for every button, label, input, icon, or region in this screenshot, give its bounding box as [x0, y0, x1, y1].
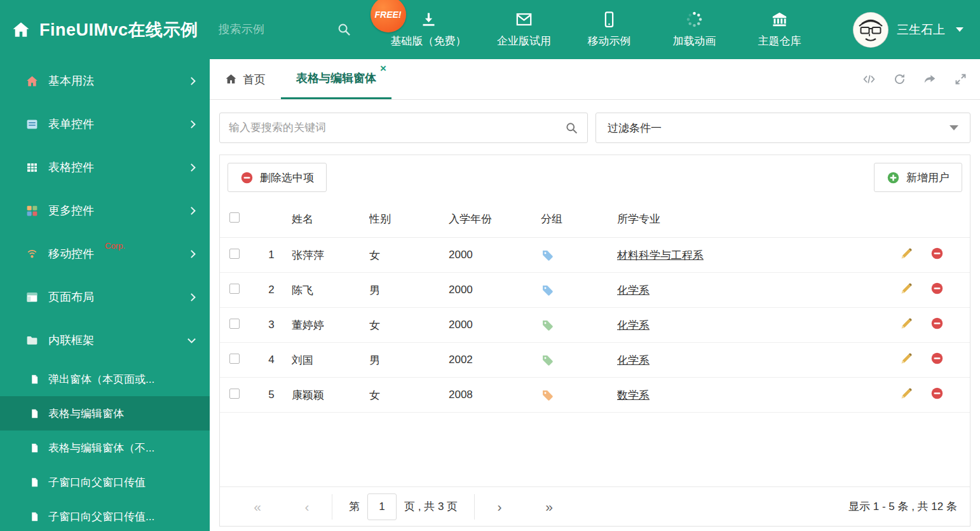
last-page-button[interactable]: »: [524, 499, 574, 514]
sidebar-item-basic-usage[interactable]: 基本用法: [0, 59, 210, 102]
sidebar-item-more-controls[interactable]: 更多控件: [0, 189, 210, 232]
chevron-right-icon: [187, 120, 196, 128]
brand[interactable]: FineUIMvc在线示例: [11, 18, 198, 41]
edit-row-icon[interactable]: [900, 247, 913, 260]
open-new-window-icon[interactable]: [923, 72, 937, 86]
filter-dropdown[interactable]: 过滤条件一: [595, 113, 970, 143]
delete-row-icon[interactable]: [930, 247, 944, 260]
bank-icon: [771, 11, 788, 28]
next-page-button[interactable]: ›: [475, 499, 524, 514]
table-header: 姓名 性别 入学年份 分组 所学专业: [220, 201, 970, 238]
free-badge: FREE!: [371, 0, 406, 32]
edit-row-icon[interactable]: [900, 352, 913, 365]
cell-gender: 女: [369, 248, 449, 263]
nav-item-mobile-demo[interactable]: 移动示例: [582, 11, 637, 48]
signal-icon: [25, 247, 39, 261]
row-index: 5: [255, 389, 292, 401]
row-checkbox[interactable]: [229, 389, 240, 399]
header-search-input[interactable]: [219, 23, 314, 36]
user-menu[interactable]: 三生石上: [853, 12, 963, 48]
tag-icon: [541, 249, 554, 262]
sidebar-item-label: 基本用法: [48, 73, 94, 88]
edit-row-icon[interactable]: [900, 317, 913, 330]
refresh-icon[interactable]: [893, 72, 906, 86]
blocks-icon: [25, 204, 39, 217]
row-checkbox[interactable]: [229, 284, 240, 294]
sidebar-item-inline-frame[interactable]: 内联框架: [0, 319, 210, 362]
nav-label: 主题仓库: [758, 34, 801, 48]
table-row: 4 刘国 男 2002 化学系: [220, 343, 970, 378]
chevron-down-icon: [949, 125, 958, 130]
delete-row-icon[interactable]: [930, 317, 944, 330]
major-link[interactable]: 化学系: [617, 354, 650, 366]
nav-item-theme-store[interactable]: 主题仓库: [752, 11, 807, 48]
tag-icon: [541, 389, 554, 402]
grid-panel: 删除选中项 新增用户 姓名 性别 入学年份 分组 所学专业 1 张萍萍 女: [219, 155, 970, 527]
column-header-gender: 性别: [369, 212, 449, 226]
cell-group: [541, 389, 617, 402]
sidebar-item-grid-controls[interactable]: 表格控件: [0, 146, 210, 189]
tab-home[interactable]: 首页: [210, 59, 281, 99]
page-prefix-label: 第: [349, 499, 360, 514]
prev-page-button[interactable]: ‹: [282, 499, 332, 514]
tab-bar: 首页 表格与编辑窗体 ×: [210, 59, 980, 100]
sidebar-item-label: 表格控件: [48, 160, 94, 175]
cell-group: [541, 319, 617, 332]
nav-item-loading-animation[interactable]: 加载动画: [667, 11, 722, 48]
row-checkbox[interactable]: [229, 319, 240, 329]
sidebar-subitem-grid-edit-window-2[interactable]: 表格与编辑窗体（不...: [0, 431, 210, 465]
tag-icon: [541, 319, 554, 332]
header-search: [219, 22, 351, 37]
delete-row-icon[interactable]: [930, 352, 944, 365]
row-checkbox[interactable]: [229, 354, 240, 364]
row-index: 2: [255, 284, 292, 296]
table-row: 2 陈飞 男 2000 化学系: [220, 273, 970, 308]
cell-name: 陈飞: [292, 283, 369, 298]
major-link[interactable]: 化学系: [617, 284, 650, 296]
file-icon: [29, 477, 40, 488]
maximize-icon[interactable]: [954, 72, 967, 86]
folder-icon: [25, 334, 39, 347]
sidebar-item-label: 内联框架: [48, 333, 94, 348]
sidebar-item-label: 更多控件: [48, 203, 94, 218]
page-number-input[interactable]: [367, 493, 397, 520]
column-header-name: 姓名: [292, 212, 369, 226]
select-all-checkbox[interactable]: [229, 212, 240, 223]
sidebar-item-label: 移动控件: [48, 246, 94, 261]
search-icon[interactable]: [565, 121, 578, 135]
major-link[interactable]: 材料科学与工程系: [617, 249, 704, 261]
chevron-right-icon: [187, 207, 196, 215]
major-link[interactable]: 数学系: [617, 389, 650, 401]
row-checkbox[interactable]: [229, 249, 240, 259]
sidebar-item-page-layout[interactable]: 页面布局: [0, 275, 210, 319]
edit-row-icon[interactable]: [900, 387, 913, 400]
sidebar-item-mobile-controls[interactable]: 移动控件 Corp.: [0, 232, 210, 275]
sidebar-subitem-child-to-parent-2[interactable]: 子窗口向父窗口传值...: [0, 499, 210, 531]
source-code-icon[interactable]: [862, 72, 876, 86]
sidebar-item-form-controls[interactable]: 表单控件: [0, 102, 210, 146]
keyword-search-input[interactable]: [229, 121, 565, 134]
sidebar-subitem-label: 表格与编辑窗体（不...: [48, 441, 154, 455]
tab-grid-edit-window[interactable]: 表格与编辑窗体 ×: [281, 59, 391, 99]
major-link[interactable]: 化学系: [617, 319, 650, 331]
sidebar: 基本用法 表单控件 表格控件 更多控件 移动控件 Corp. 页面布局 内联框架…: [0, 59, 210, 531]
delete-row-icon[interactable]: [930, 282, 944, 295]
search-icon[interactable]: [337, 22, 351, 37]
add-user-button[interactable]: 新增用户: [874, 163, 962, 192]
edit-row-icon[interactable]: [900, 282, 913, 295]
sidebar-subitem-child-to-parent[interactable]: 子窗口向父窗口传值: [0, 465, 210, 499]
envelope-icon: [515, 11, 533, 28]
tab-tools: [862, 59, 967, 99]
sidebar-subitem-popup-window[interactable]: 弹出窗体（本页面或...: [0, 362, 210, 396]
sidebar-subitem-grid-edit-window[interactable]: 表格与编辑窗体: [0, 396, 210, 431]
nav-item-enterprise-trial[interactable]: 企业版试用: [497, 11, 552, 48]
close-icon[interactable]: ×: [380, 63, 386, 74]
delete-row-icon[interactable]: [930, 387, 944, 400]
chevron-right-icon: [187, 77, 196, 85]
tab-label: 首页: [243, 72, 266, 87]
first-page-button[interactable]: «: [233, 499, 282, 514]
app-title: FineUIMvc在线示例: [39, 18, 198, 41]
minus-circle-icon: [240, 171, 254, 184]
delete-selected-button[interactable]: 删除选中项: [228, 163, 327, 192]
cell-group: [541, 284, 617, 297]
